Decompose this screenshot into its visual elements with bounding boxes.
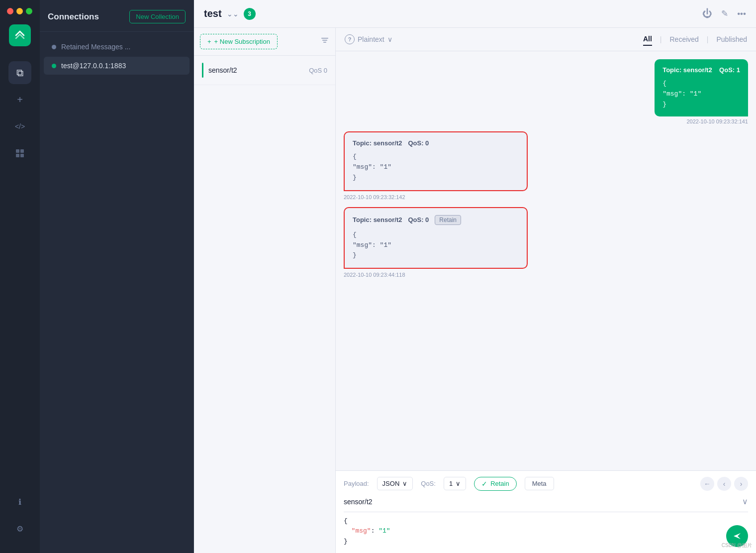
subscription-item-sensor-t2[interactable]: sensor/t2 QoS 0: [194, 56, 335, 85]
message-tabs: All | Received | Published: [643, 33, 747, 46]
connections-header: Connections New Collection: [40, 0, 193, 32]
sub-left: sensor/t2: [202, 63, 237, 78]
chevron-down-icon[interactable]: ⌄⌄: [227, 10, 239, 18]
received-bubble-2: Topic: sensor/t2 QoS: 0 Retain { "msg": …: [344, 207, 528, 269]
connection-count-badge: 3: [244, 8, 256, 20]
nav-prev-button[interactable]: ←: [700, 477, 714, 491]
publish-area: Payload: JSON ∨ QoS: 1 ∨ ✓ Retain Meta: [336, 470, 756, 553]
svg-rect-1: [20, 149, 24, 153]
sidebar-item-info[interactable]: ℹ: [8, 490, 31, 513]
published-bubble: Topic: sensor/t2 QoS: 1 { "msg": "1" }: [655, 59, 748, 116]
message-filter-bar: ? Plaintext ∨ All | Received | Published: [336, 28, 756, 51]
new-collection-button[interactable]: New Collection: [129, 10, 186, 23]
tab-published[interactable]: Published: [717, 33, 748, 45]
connection-item-test[interactable]: test@127.0.0.1:1883: [44, 57, 189, 75]
received-2-line1: {: [353, 230, 519, 240]
plus-icon: +: [207, 38, 211, 45]
help-icon: ?: [345, 34, 355, 44]
svg-rect-6: [323, 42, 326, 43]
topic-divider: [344, 512, 748, 512]
published-topic: Topic: sensor/t2: [662, 66, 712, 74]
icon-nav: ⧉ + </>: [0, 61, 40, 490]
svg-rect-3: [20, 154, 24, 157]
payload-label: Payload:: [344, 480, 369, 487]
received-1-line3: }: [353, 173, 519, 183]
retain-toggle-label: Retain: [490, 480, 509, 487]
sub-color-bar: [202, 63, 203, 78]
retain-check-icon: ✓: [481, 480, 487, 488]
published-message: Topic: sensor/t2 QoS: 1 { "msg": "1" } 2…: [655, 59, 748, 124]
sidebar-item-settings[interactable]: ⚙: [8, 517, 31, 540]
received-1-line2: "msg": "1": [353, 162, 519, 173]
svg-rect-2: [16, 154, 19, 157]
retain-badge: Retain: [435, 215, 461, 225]
connection-title: test: [204, 8, 222, 19]
received-1-qos: QoS: 0: [408, 139, 429, 147]
messages-list: Topic: sensor/t2 QoS: 1 { "msg": "1" } 2…: [336, 51, 756, 470]
published-line1: {: [662, 79, 740, 89]
qos-chevron-icon: ∨: [456, 480, 461, 487]
format-selector[interactable]: ? Plaintext ∨: [345, 34, 392, 44]
format-label: Plaintext: [358, 35, 384, 43]
received-body-2: { "msg": "1" }: [353, 230, 519, 261]
subscription-header: + + New Subscription: [194, 28, 335, 56]
nav-right-button[interactable]: ›: [734, 477, 748, 491]
sidebar-item-add[interactable]: +: [8, 88, 31, 111]
new-subscription-button[interactable]: + + New Subscription: [200, 34, 278, 49]
publish-line3: }: [344, 537, 726, 547]
retain-toggle-button[interactable]: ✓ Retain: [474, 477, 517, 491]
power-icon[interactable]: ⏻: [702, 8, 712, 19]
subscription-panel: + + New Subscription sensor/t2 QoS 0: [194, 28, 336, 553]
close-button[interactable]: [7, 8, 13, 14]
payload-format-select[interactable]: JSON ∨: [377, 477, 413, 490]
payload-display: { "msg": "1" }: [344, 516, 726, 547]
svg-rect-0: [16, 149, 19, 153]
maximize-button[interactable]: [26, 8, 32, 14]
format-chevron-icon: ∨: [387, 35, 392, 43]
edit-icon[interactable]: ✎: [721, 8, 728, 19]
published-meta: Topic: sensor/t2 QoS: 1: [662, 66, 740, 74]
expand-icon[interactable]: ∨: [742, 497, 748, 506]
qos-value: 1: [449, 480, 453, 487]
received-bubble-1: Topic: sensor/t2 QoS: 0 { "msg": "1" }: [344, 131, 528, 191]
content-area: + + New Subscription sensor/t2 QoS 0: [194, 28, 756, 553]
minimize-button[interactable]: [16, 8, 23, 14]
qos-select[interactable]: 1 ∨: [444, 477, 466, 490]
payload-format-value: JSON: [382, 480, 400, 487]
tab-received[interactable]: Received: [669, 33, 698, 45]
sidebar-item-code[interactable]: </>: [8, 115, 31, 138]
published-line3: }: [662, 100, 740, 110]
payload-chevron-icon: ∨: [402, 480, 407, 487]
received-1-timestamp: 2022-10-10 09:23:32:142: [344, 194, 528, 200]
filter-icon[interactable]: [320, 36, 329, 47]
svg-rect-5: [322, 40, 327, 41]
new-subscription-label: + New Subscription: [214, 38, 270, 45]
top-bar: test ⌄⌄ 3 ⏻ ✎ •••: [194, 0, 756, 28]
sidebar-item-data[interactable]: [8, 142, 31, 165]
received-1-line1: {: [353, 152, 519, 162]
tab-all[interactable]: All: [643, 33, 652, 46]
connection-item-retained[interactable]: Retained Messages ...: [44, 38, 189, 56]
received-meta-2: Topic: sensor/t2 QoS: 0 Retain: [353, 215, 519, 225]
connections-title: Connections: [48, 12, 99, 22]
qos-label: QoS:: [421, 480, 436, 487]
dot-gray-icon: [52, 45, 56, 49]
sub-topic: sensor/t2: [208, 66, 237, 74]
connection-name-retained: Retained Messages ...: [61, 43, 130, 51]
publish-toolbar: Payload: JSON ∨ QoS: 1 ∨ ✓ Retain Meta: [344, 477, 748, 491]
received-2-qos: QoS: 0: [408, 216, 429, 223]
published-qos: QoS: 1: [719, 66, 740, 74]
received-body-1: { "msg": "1" }: [353, 152, 519, 183]
received-message-2: Topic: sensor/t2 QoS: 0 Retain { "msg": …: [344, 207, 528, 278]
sidebar-item-connections[interactable]: ⧉: [8, 61, 31, 84]
received-2-topic: Topic: sensor/t2: [353, 216, 402, 223]
meta-button[interactable]: Meta: [525, 477, 554, 490]
nav-left-button[interactable]: ‹: [717, 477, 731, 491]
main-area: test ⌄⌄ 3 ⏻ ✎ ••• + + New Subscription: [194, 0, 756, 553]
app-logo: [9, 24, 31, 46]
connection-name-test: test@127.0.0.1:1883: [61, 62, 126, 70]
topic-input-row: ∨: [344, 496, 748, 508]
icon-sidebar: ⧉ + </> ℹ ⚙: [0, 0, 40, 553]
more-icon[interactable]: •••: [737, 9, 746, 19]
topic-input[interactable]: [344, 496, 742, 508]
